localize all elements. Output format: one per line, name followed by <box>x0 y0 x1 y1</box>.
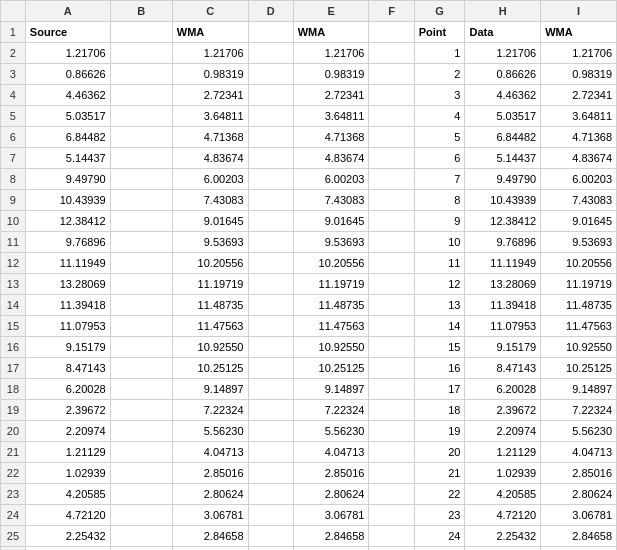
cell-g[interactable]: 11 <box>414 253 465 274</box>
cell-b[interactable] <box>110 421 172 442</box>
cell-i[interactable]: 9.01645 <box>541 211 617 232</box>
cell-i[interactable]: 4.04713 <box>541 442 617 463</box>
cell-c[interactable]: 11.19719 <box>172 274 248 295</box>
cell-d[interactable] <box>248 106 293 127</box>
cell-c[interactable]: 3.06781 <box>172 505 248 526</box>
cell-a[interactable]: 4.20585 <box>25 484 110 505</box>
cell-b[interactable] <box>110 442 172 463</box>
cell-c[interactable]: 7.43083 <box>172 190 248 211</box>
cell-b[interactable] <box>110 148 172 169</box>
cell-h[interactable]: 1.21706 <box>465 43 541 64</box>
cell-a[interactable]: 9.49790 <box>25 169 110 190</box>
cell-b[interactable] <box>110 379 172 400</box>
cell-b[interactable] <box>110 64 172 85</box>
cell-d[interactable] <box>248 337 293 358</box>
cell-i[interactable]: 11.48735 <box>541 295 617 316</box>
cell-b[interactable] <box>110 169 172 190</box>
cell-e[interactable]: 4.83674 <box>293 148 369 169</box>
cell-i[interactable]: 11.47563 <box>541 316 617 337</box>
cell-c[interactable]: 2.72341 <box>172 85 248 106</box>
cell-c[interactable]: 11.48735 <box>172 295 248 316</box>
cell-e[interactable]: 2.72341 <box>293 85 369 106</box>
cell-i[interactable]: 3.50668 <box>541 547 617 551</box>
cell-f[interactable] <box>369 379 414 400</box>
cell-f[interactable] <box>369 253 414 274</box>
cell-c[interactable]: 7.22324 <box>172 400 248 421</box>
cell-h[interactable]: 12.38412 <box>465 211 541 232</box>
cell-a[interactable]: 5.21588 <box>25 547 110 551</box>
cell-d[interactable] <box>248 421 293 442</box>
cell-d[interactable] <box>248 64 293 85</box>
cell-i[interactable]: 3.06781 <box>541 505 617 526</box>
cell-d[interactable] <box>248 190 293 211</box>
cell-a[interactable]: 1.21129 <box>25 442 110 463</box>
col-header-h[interactable]: H <box>465 1 541 22</box>
cell-a[interactable]: 4.46362 <box>25 85 110 106</box>
cell-a[interactable]: 11.07953 <box>25 316 110 337</box>
cell-f[interactable] <box>369 190 414 211</box>
cell-d[interactable] <box>248 85 293 106</box>
cell-i[interactable]: 10.20556 <box>541 253 617 274</box>
cell-c[interactable]: 2.80624 <box>172 484 248 505</box>
cell-e[interactable]: 4.71368 <box>293 127 369 148</box>
cell-c[interactable]: 3.64811 <box>172 106 248 127</box>
cell-d[interactable] <box>248 232 293 253</box>
cell-f[interactable] <box>369 421 414 442</box>
cell-b[interactable] <box>110 337 172 358</box>
cell-f[interactable] <box>369 148 414 169</box>
cell-c[interactable]: 6.00203 <box>172 169 248 190</box>
cell-a[interactable]: 2.39672 <box>25 400 110 421</box>
cell-h[interactable]: 6.84482 <box>465 127 541 148</box>
cell-i[interactable]: 1.21706 <box>541 43 617 64</box>
cell-h[interactable]: 9.49790 <box>465 169 541 190</box>
cell-e[interactable]: 1.21706 <box>293 43 369 64</box>
cell-f[interactable] <box>369 526 414 547</box>
cell-i[interactable]: 7.22324 <box>541 400 617 421</box>
cell-g[interactable]: 13 <box>414 295 465 316</box>
cell-g[interactable]: 12 <box>414 274 465 295</box>
cell-d[interactable] <box>248 253 293 274</box>
cell-f[interactable] <box>369 85 414 106</box>
cell-d[interactable] <box>248 442 293 463</box>
cell-g[interactable]: 25 <box>414 547 465 551</box>
cell-g[interactable]: 9 <box>414 211 465 232</box>
cell-d[interactable] <box>248 274 293 295</box>
cell-b[interactable] <box>110 232 172 253</box>
cell-e[interactable]: 10.25125 <box>293 358 369 379</box>
cell-c[interactable]: 10.25125 <box>172 358 248 379</box>
cell-h[interactable]: 0.86626 <box>465 64 541 85</box>
cell-e[interactable]: 6.00203 <box>293 169 369 190</box>
cell-d[interactable] <box>248 127 293 148</box>
cell-b[interactable] <box>110 106 172 127</box>
cell-g[interactable]: 22 <box>414 484 465 505</box>
cell-g[interactable]: 3 <box>414 85 465 106</box>
cell-h[interactable]: 5.03517 <box>465 106 541 127</box>
cell-a[interactable]: 11.11949 <box>25 253 110 274</box>
cell-g[interactable]: 2 <box>414 64 465 85</box>
cell-i[interactable]: 0.98319 <box>541 64 617 85</box>
cell-f[interactable] <box>369 337 414 358</box>
cell-g[interactable]: 4 <box>414 106 465 127</box>
cell-i[interactable]: 5.56230 <box>541 421 617 442</box>
cell-h[interactable]: 1.02939 <box>465 463 541 484</box>
col-header-a[interactable]: A <box>25 1 110 22</box>
cell-c[interactable]: 4.83674 <box>172 148 248 169</box>
cell-h[interactable]: 11.07953 <box>465 316 541 337</box>
cell-h[interactable]: 10.43939 <box>465 190 541 211</box>
cell-e[interactable]: 9.14897 <box>293 379 369 400</box>
cell-a[interactable]: 5.03517 <box>25 106 110 127</box>
cell-h[interactable]: 2.39672 <box>465 400 541 421</box>
cell-c[interactable]: 0.98319 <box>172 64 248 85</box>
cell-a[interactable]: 2.20974 <box>25 421 110 442</box>
cell-a[interactable]: 6.20028 <box>25 379 110 400</box>
cell-g[interactable]: 24 <box>414 526 465 547</box>
col-header-d[interactable]: D <box>248 1 293 22</box>
cell-b[interactable] <box>110 211 172 232</box>
cell-d[interactable] <box>248 526 293 547</box>
cell-f[interactable] <box>369 484 414 505</box>
cell-e[interactable]: 3.64811 <box>293 106 369 127</box>
cell-f[interactable] <box>369 463 414 484</box>
cell-f[interactable] <box>369 505 414 526</box>
cell-d[interactable] <box>248 379 293 400</box>
cell-c[interactable]: 10.20556 <box>172 253 248 274</box>
